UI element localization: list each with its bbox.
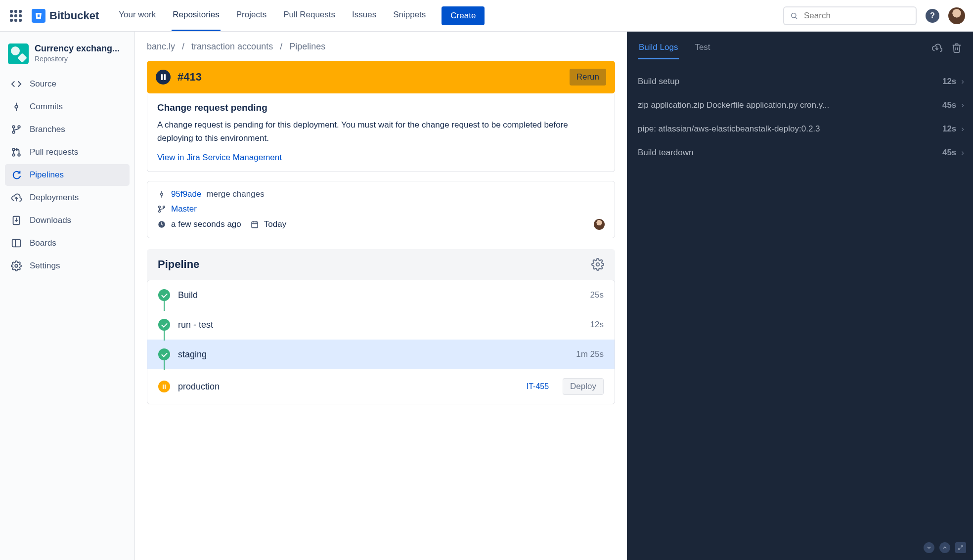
nav-issues[interactable]: Issues [351,0,377,31]
sidebar-item-settings[interactable]: Settings [5,255,130,277]
svg-rect-0 [38,14,40,17]
nav-your-work[interactable]: Your work [118,0,157,31]
calendar-icon [250,220,259,229]
sidebar-item-boards[interactable]: Boards [5,232,130,254]
sidebar-item-label: Pipelines [30,170,64,180]
top-nav: Your work Repositories Projects Pull Req… [118,0,427,31]
commit-icon [11,101,22,112]
nav-snippets[interactable]: Snippets [392,0,427,31]
pull-request-icon [11,147,22,158]
log-text: Build teardown [638,148,936,158]
chevron-right-icon: › [961,100,964,110]
log-row[interactable]: Build setup 12s › [638,70,969,93]
sidebar-item-branches[interactable]: Branches [5,119,130,140]
code-icon [11,79,22,89]
svg-point-21 [159,206,161,208]
svg-point-29 [596,263,600,266]
stage-duration: 1m 25s [576,349,604,359]
main-content: banc.ly / transaction accounts / Pipelin… [135,32,627,560]
log-panel: Build Logs Test Build setup 12s › zip ap… [627,32,973,560]
commit-icon [157,190,166,199]
log-tabs: Build Logs Test [638,37,711,59]
board-icon [11,238,22,249]
create-button[interactable]: Create [442,6,485,25]
sidebar-item-label: Branches [30,125,65,134]
view-in-jsm-link[interactable]: View in Jira Service Management [157,153,282,163]
stage-build[interactable]: Build 25s [147,280,615,310]
jira-ticket-link[interactable]: IT-455 [527,382,549,391]
commit-card: 95f9ade merge changes Master a few secon… [147,181,615,238]
log-row[interactable]: zip application.zip Dockerfile applicati… [638,93,969,117]
bitbucket-logo[interactable]: Bitbucket [32,9,99,23]
avatar[interactable] [948,7,965,24]
scroll-down-icon[interactable] [924,542,934,553]
nav-projects[interactable]: Projects [235,0,267,31]
help-icon[interactable]: ? [926,9,939,23]
sidebar-item-label: Boards [30,238,56,248]
crumb-repo[interactable]: transaction accounts [191,42,273,52]
sidebar-item-label: Pull requests [30,147,78,157]
sidebar-item-pipelines[interactable]: Pipelines [5,164,130,186]
cloud-download-icon[interactable] [931,43,942,53]
stage-duration: 12s [590,320,604,330]
stage-name: run - test [178,320,213,330]
product-name: Bitbucket [49,9,99,22]
stage-staging[interactable]: staging 1m 25s [147,340,615,369]
sidebar-item-deployments[interactable]: Deployments [5,187,130,209]
app-switcher-icon[interactable] [10,10,22,22]
svg-point-23 [163,206,165,208]
sidebar-item-downloads[interactable]: Downloads [5,210,130,231]
log-row[interactable]: pipe: atlassian/aws-elasticbeanstalk-dep… [638,117,969,141]
search-input[interactable] [803,10,910,21]
stage-production[interactable]: production IT-455 Deploy [147,369,615,404]
sidebar-item-pull-requests[interactable]: Pull requests [5,141,130,163]
sidebar-item-label: Source [30,79,56,89]
pipeline-section: Pipeline Build 25s run - test 12s stagin… [147,249,615,404]
log-time: 12s [942,77,956,86]
crumb-project[interactable]: banc.ly [147,42,175,52]
bitbucket-logo-icon [32,9,45,23]
gear-icon [11,260,22,271]
svg-point-6 [12,126,15,128]
branch-icon [157,205,166,214]
pause-icon [158,381,170,392]
deploy-button[interactable]: Deploy [563,378,604,395]
search-box[interactable] [783,6,917,25]
sidebar: Currency exchang... Repository Source Co… [0,32,135,560]
sidebar-item-source[interactable]: Source [5,73,130,95]
repo-avatar-icon [8,43,29,64]
rerun-button[interactable]: Rerun [570,69,606,86]
expand-icon[interactable] [955,542,966,553]
nav-pull-requests[interactable]: Pull Requests [282,0,336,31]
commit-hash[interactable]: 95f9ade [171,189,201,199]
sidebar-item-label: Deployments [30,193,79,203]
sidebar-item-commits[interactable]: Commits [5,96,130,118]
log-text: pipe: atlassian/aws-elasticbeanstalk-dep… [638,124,936,134]
run-number: #413 [177,71,202,84]
trash-icon[interactable] [951,43,962,53]
stage-duration: 25s [590,290,604,300]
commit-date: Today [264,219,286,229]
clock-icon [157,220,166,229]
author-avatar[interactable] [594,219,605,230]
crumb-page[interactable]: Pipelines [289,42,325,52]
sidebar-item-label: Downloads [30,215,71,225]
change-request-card: Change request pending A change request … [147,93,615,172]
nav-repositories[interactable]: Repositories [172,0,221,31]
repo-header[interactable]: Currency exchang... Repository [5,41,130,73]
svg-point-10 [12,154,15,156]
log-time: 45s [942,100,956,110]
log-row[interactable]: Build teardown 45s › [638,141,969,165]
repo-title: Currency exchang... [35,43,120,54]
scroll-up-icon[interactable] [939,542,950,553]
branch-icon [11,124,22,135]
svg-point-11 [18,154,20,156]
pipeline-settings-icon[interactable] [591,258,604,271]
tab-build-logs[interactable]: Build Logs [638,37,679,59]
tab-test[interactable]: Test [694,37,711,59]
search-icon [790,11,798,20]
log-list: Build setup 12s › zip application.zip Do… [627,60,973,174]
stage-test[interactable]: run - test 12s [147,310,615,340]
branch-name[interactable]: Master [171,204,197,214]
repo-subtitle: Repository [35,55,120,63]
